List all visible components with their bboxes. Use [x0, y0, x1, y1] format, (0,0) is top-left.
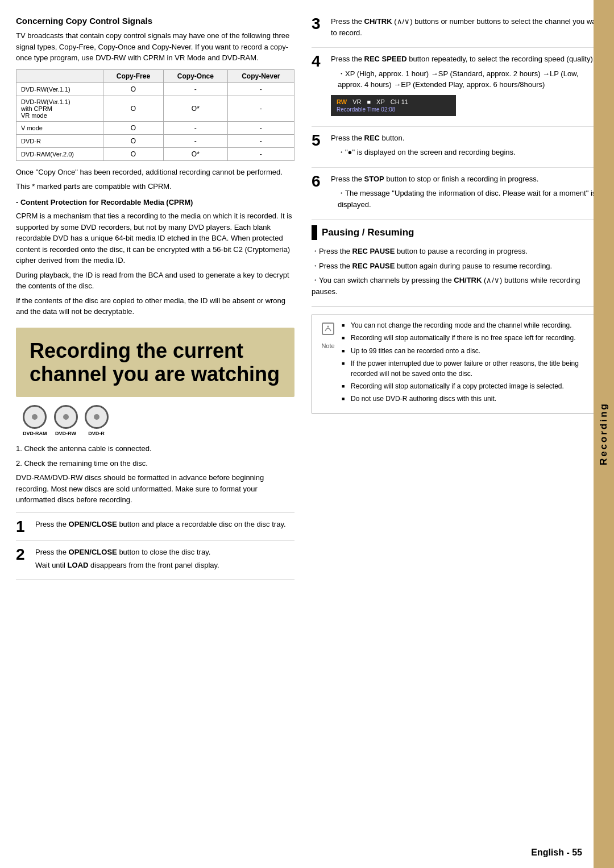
- step5-bullet: ・"●" is displayed on the screen and reco…: [331, 147, 603, 158]
- step-content-2: Press the OPEN/CLOSE button to close the…: [35, 547, 294, 573]
- col-header-device: [16, 69, 103, 82]
- step-6: 6 Press the STOP button to stop or finis…: [312, 173, 603, 220]
- cprm-text: CPRM is a mechanism that ties a recordin…: [16, 210, 294, 266]
- pre-step-1: 1. Check the antenna cable is connected.: [16, 443, 294, 454]
- step1-text: Press the OPEN/CLOSE button and place a …: [35, 519, 294, 530]
- cell: -: [164, 82, 228, 96]
- step3-text: Press the CH/TRK (∧/∨) buttons or number…: [331, 16, 603, 38]
- screen-top: RW VR ■ XP CH 11: [337, 98, 450, 105]
- col-header-free: Copy-Free: [103, 69, 163, 82]
- disc-icons: DVD-RAM DVD-RW DVD-R: [23, 405, 294, 436]
- disc-circle-dvdr: [85, 405, 109, 429]
- pausing-title: Pausing / Resuming: [322, 227, 414, 238]
- copy-table: Copy-Free Copy-Once Copy-Never DVD-RW(Ve…: [16, 69, 294, 161]
- pausing-bullet-1: ・Press the REC PAUSE button to pause a r…: [312, 246, 603, 257]
- cell: O: [103, 82, 163, 96]
- step6-bullet: ・The message "Updating the information o…: [331, 188, 603, 210]
- step5-text: Press the REC button.: [331, 133, 603, 144]
- footer-text: English - 55: [531, 848, 582, 857]
- step-num-4: 4: [312, 53, 325, 121]
- step4-bullet: ・XP (High, approx. 1 hour) →SP (Standard…: [331, 68, 603, 90]
- cprm-text-2: During playback, the ID is read from the…: [16, 270, 294, 292]
- svg-point-1: [327, 326, 329, 328]
- cell: O*: [164, 147, 228, 160]
- step-num-5: 5: [312, 133, 325, 162]
- cell: -: [227, 147, 294, 160]
- note-items: You can not change the recording mode an…: [342, 321, 594, 407]
- step1-bold: OPEN/CLOSE: [69, 520, 117, 528]
- table-row: DVD-R O - -: [16, 134, 294, 147]
- step-2: 2 Press the OPEN/CLOSE button to close t…: [16, 547, 294, 580]
- note-item-2: Recording will stop automatically if the…: [342, 333, 594, 343]
- copy-control-section: Concerning Copy Control Signals TV broad…: [16, 16, 294, 317]
- ch-trk-bold: CH/TRK: [454, 276, 482, 284]
- note-svg-icon: [320, 321, 336, 337]
- disc-circle-dvdrw: [54, 405, 78, 429]
- divider-note: [312, 306, 603, 307]
- screen-mockup: RW VR ■ XP CH 11 Recordable Time 02:08: [331, 95, 456, 116]
- screen-vr: VR: [352, 98, 361, 105]
- step-content-6: Press the STOP button to stop or finish …: [331, 173, 603, 214]
- step-content-3: Press the CH/TRK (∧/∨) buttons or number…: [331, 16, 603, 42]
- step-content-4: Press the REC SPEED button repeatedly, t…: [331, 53, 603, 121]
- disc-icon-dvdr: DVD-R: [85, 405, 109, 436]
- screen-rec-indicator: ■: [367, 98, 371, 105]
- cell: O*: [164, 96, 228, 121]
- disc-label-dvdram: DVD-RAM: [23, 431, 47, 436]
- step2-bold: OPEN/CLOSE: [69, 548, 117, 556]
- cell: -: [227, 134, 294, 147]
- step-5: 5 Press the REC button. ・"●" is displaye…: [312, 133, 603, 168]
- side-tab: Recording: [594, 0, 614, 868]
- row-label: DVD-RW(Ver.1.1)with CPRMVR mode: [16, 96, 103, 121]
- cell: -: [164, 134, 228, 147]
- table-row: V mode O - -: [16, 121, 294, 134]
- step4-bold: REC SPEED: [364, 55, 407, 63]
- screen-rw: RW: [337, 98, 347, 105]
- step-1: 1 Press the OPEN/CLOSE button and place …: [16, 519, 294, 541]
- right-column: 3 Press the CH/TRK (∧/∨) buttons or numb…: [306, 16, 603, 857]
- cell: O: [103, 134, 163, 147]
- disc-label-dvdr: DVD-R: [88, 431, 105, 436]
- hero-line2: channel you are watching: [30, 362, 280, 386]
- rec-pause-bold-1: REC PAUSE: [352, 247, 395, 255]
- after-table-1: Once "Copy Once" has been recorded, addi…: [16, 167, 294, 178]
- after-table-2: This * marked parts are compatible with …: [16, 181, 294, 192]
- pausing-header: Pausing / Resuming: [312, 225, 603, 240]
- pausing-bullet-3: ・You can switch channels by pressing the…: [312, 275, 603, 297]
- step5-bold: REC: [364, 134, 380, 142]
- screen-ch: CH 11: [391, 98, 408, 105]
- main-content: Concerning Copy Control Signals TV broad…: [0, 0, 614, 868]
- step-num-2: 2: [16, 547, 30, 573]
- cprm-text-3: If the contents of the disc are copied t…: [16, 295, 294, 317]
- page-wrapper: Concerning Copy Control Signals TV broad…: [0, 0, 614, 868]
- left-column: Concerning Copy Control Signals TV broad…: [16, 16, 294, 857]
- cell: -: [227, 82, 294, 96]
- row-label: V mode: [16, 121, 103, 134]
- step-num-6: 6: [312, 173, 325, 214]
- step3-bold: CH/TRK: [364, 17, 392, 26]
- table-row: DVD-RAM(Ver.2.0) O O* -: [16, 147, 294, 160]
- hero-line1: Recording the current: [30, 339, 243, 362]
- step4-text: Press the REC SPEED button repeatedly, t…: [331, 53, 603, 65]
- step6-text: Press the STOP button to stop or finish …: [331, 173, 603, 185]
- prep-text: DVD-RAM/DVD-RW discs should be formatted…: [16, 472, 294, 506]
- disc-label-dvdrw: DVD-RW: [55, 431, 76, 436]
- pausing-bullet-2: ・Press the REC PAUSE button again during…: [312, 261, 603, 272]
- screen-xp: XP: [376, 98, 385, 105]
- table-row: DVD-RW(Ver.1.1)with CPRMVR mode O O* -: [16, 96, 294, 121]
- copy-intro: TV broadcasts that contain copy control …: [16, 30, 294, 64]
- step2-load: LOAD: [68, 561, 89, 569]
- table-row: DVD-RW(Ver.1.1) O - -: [16, 82, 294, 96]
- pausing-bar-icon: [312, 225, 317, 240]
- screen-bottom: Recordable Time 02:08: [337, 106, 450, 113]
- step-3: 3 Press the CH/TRK (∧/∨) buttons or numb…: [312, 16, 603, 48]
- step6-bold: STOP: [364, 175, 384, 183]
- cell: -: [227, 121, 294, 134]
- disc-circle-dvdram: [23, 405, 47, 429]
- step-num-1: 1: [16, 519, 30, 535]
- svg-rect-0: [322, 323, 334, 334]
- hero-box: Recording the current channel you are wa…: [16, 328, 294, 398]
- cell: -: [164, 121, 228, 134]
- note-item-1: You can not change the recording mode an…: [342, 321, 594, 330]
- disc-icon-dvdrw: DVD-RW: [54, 405, 78, 436]
